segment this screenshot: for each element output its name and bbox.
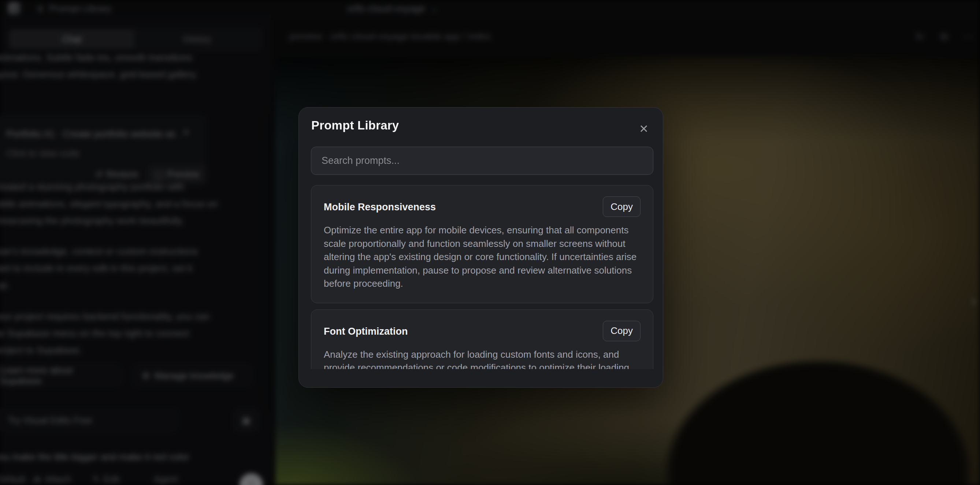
- search-box: [311, 147, 653, 175]
- close-icon[interactable]: ✕: [636, 121, 652, 137]
- prompt-description: Optimize the entire app for mobile devic…: [324, 223, 641, 290]
- prompt-library-modal: Prompt Library ✕ Mobile Responsiveness C…: [299, 107, 663, 388]
- copy-button[interactable]: Copy: [603, 197, 641, 217]
- copy-button[interactable]: Copy: [603, 321, 641, 341]
- modal-title: Prompt Library: [311, 119, 399, 132]
- prompt-card: Mobile Responsiveness Copy Optimize the …: [311, 185, 653, 303]
- prompt-list[interactable]: Mobile Responsiveness Copy Optimize the …: [311, 185, 653, 369]
- prompt-card: Font Optimization Copy Analyze the exist…: [311, 309, 653, 369]
- prompt-description: Analyze the existing approach for loadin…: [324, 348, 641, 369]
- prompt-card-header: Font Optimization Copy: [324, 321, 641, 341]
- prompt-title: Font Optimization: [324, 321, 407, 337]
- prompt-card-header: Mobile Responsiveness Copy: [324, 197, 641, 217]
- search-input[interactable]: [311, 147, 653, 174]
- prompt-title: Mobile Responsiveness: [324, 197, 436, 213]
- app-screen: ≣ Prompt Library orfic-cloud-voyage ⌄ ⚡ …: [0, 0, 980, 485]
